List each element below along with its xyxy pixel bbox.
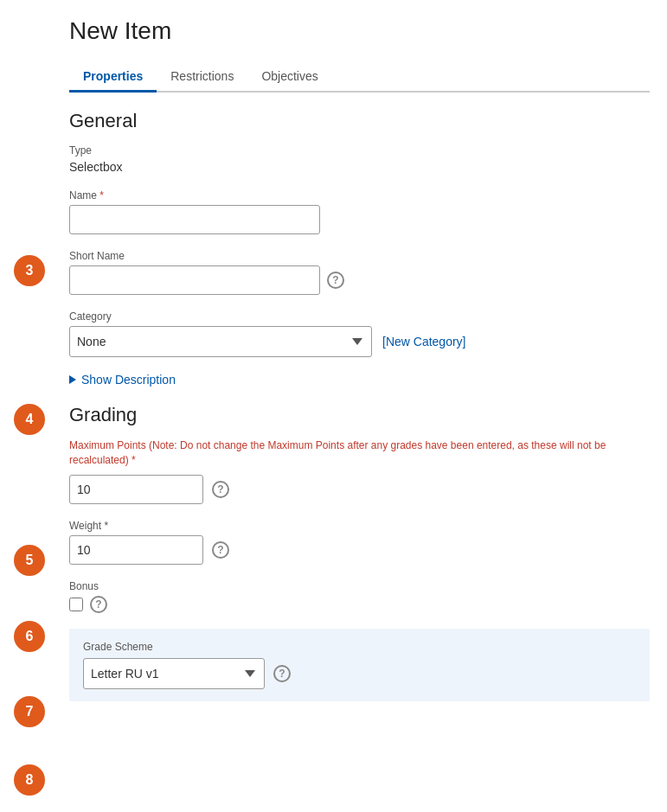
show-description-arrow-icon (69, 375, 76, 384)
weight-help-icon[interactable]: ? (212, 541, 229, 559)
weight-input[interactable]: 10 (69, 535, 203, 565)
category-row: None [New Category] (69, 326, 650, 357)
tab-objectives[interactable]: Objectives (247, 62, 331, 93)
step-badge-7: 7 (14, 696, 45, 727)
short-name-label: Short Name (69, 250, 650, 262)
short-name-row: ? (69, 265, 650, 295)
name-input[interactable] (69, 205, 320, 234)
step-badge-6: 6 (14, 621, 45, 652)
category-field-group: Category None [New Category] (69, 310, 650, 357)
max-points-field-group: Maximum Points (Note: Do not change the … (69, 438, 650, 504)
name-label: Name * (69, 189, 650, 201)
grading-section: Grading Maximum Points (Note: Do not cha… (69, 404, 650, 701)
short-name-field-group: Short Name ? (69, 250, 650, 295)
type-label: Type (69, 144, 650, 157)
grade-scheme-select[interactable]: Letter RU v1 (83, 658, 265, 689)
tabs-container: Properties Restrictions Objectives (69, 62, 650, 93)
short-name-input[interactable] (69, 265, 320, 295)
show-description-toggle[interactable]: Show Description (69, 373, 650, 387)
step-badge-8: 8 (14, 764, 45, 796)
max-points-help-icon[interactable]: ? (212, 481, 229, 498)
step-badge-4: 4 (14, 404, 45, 435)
type-value: Selectbox (69, 160, 122, 174)
step-badge-5: 5 (14, 545, 45, 576)
max-points-input-row: 10 ? (69, 475, 650, 504)
grading-section-title: Grading (69, 404, 650, 426)
grade-scheme-row: Letter RU v1 ? (83, 658, 636, 689)
bonus-label: Bonus (69, 580, 650, 592)
show-description-label: Show Description (81, 373, 176, 387)
tab-properties[interactable]: Properties (69, 62, 157, 93)
short-name-help-icon[interactable]: ? (327, 272, 344, 289)
category-select[interactable]: None (69, 326, 372, 357)
bonus-checkbox[interactable] (69, 598, 83, 611)
bonus-field-group: Bonus ? (69, 580, 650, 613)
max-points-note: Maximum Points (Note: Do not change the … (69, 438, 650, 468)
tab-restrictions[interactable]: Restrictions (157, 62, 247, 93)
general-section-title: General (69, 110, 650, 132)
category-label: Category (69, 310, 650, 323)
bonus-row: ? (69, 596, 650, 613)
new-category-link[interactable]: [New Category] (382, 335, 465, 348)
name-field-group: Name * (69, 189, 650, 234)
weight-input-row: 10 ? (69, 535, 650, 565)
max-points-input[interactable]: 10 (69, 475, 203, 504)
page-title: New Item (69, 17, 650, 45)
bonus-help-icon[interactable]: ? (90, 596, 107, 613)
grade-scheme-label: Grade Scheme (83, 641, 636, 653)
grade-scheme-section: Grade Scheme Letter RU v1 ? (69, 629, 650, 701)
grade-scheme-help-icon[interactable]: ? (273, 665, 291, 682)
content-area: New Item Properties Restrictions Objecti… (69, 17, 667, 701)
weight-label: Weight * (69, 520, 650, 532)
page-container: 3 4 5 6 7 8 New Item Properties Restrict… (0, 0, 667, 812)
step-badge-3: 3 (14, 255, 45, 286)
type-field-group: Type Selectbox (69, 144, 650, 174)
weight-field-group: Weight * 10 ? (69, 520, 650, 565)
